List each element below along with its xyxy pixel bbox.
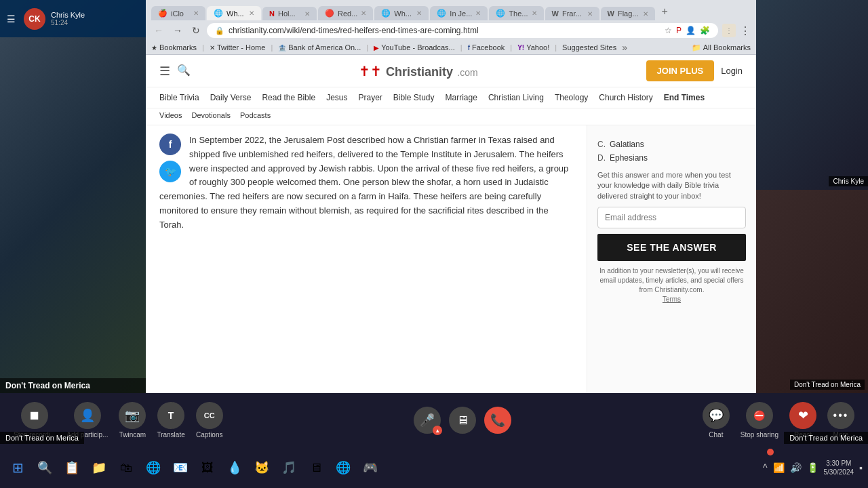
tab-iclo[interactable]: 🍎 iClo ✕ (151, 6, 205, 20)
profile-icon[interactable]: 👤 (686, 26, 696, 35)
captions-button[interactable]: CC Captions (196, 402, 223, 439)
menu-icon[interactable]: ☰ (159, 64, 170, 79)
terms-link[interactable]: Terms (663, 296, 681, 303)
taskbar-edge[interactable]: 🌐 (141, 455, 165, 480)
nav-daily-verse[interactable]: Daily Verse (210, 87, 252, 108)
more-bookmarks-icon[interactable]: » (622, 42, 627, 53)
tab-close-icon[interactable]: ✕ (643, 10, 648, 18)
stop-sharing-button[interactable]: ⛔ Stop sharing (741, 402, 778, 439)
nav-bible-trivia[interactable]: Bible Trivia (159, 87, 199, 108)
article-text: In September 2022, the Jerusalem Post de… (159, 134, 573, 232)
address-bar[interactable]: 🔒 christianity.com/wiki/end-times/red-he… (207, 23, 718, 38)
new-tab-button[interactable]: + (656, 3, 673, 20)
translate-button[interactable]: T Translate (157, 402, 184, 439)
skype-username: Chris Kyle (51, 11, 85, 19)
battery-icon[interactable]: 🔋 (807, 462, 818, 473)
twincam-label: Twincam (119, 431, 146, 439)
tab-close-icon[interactable]: ✕ (587, 10, 593, 18)
subnav-devotionals[interactable]: Devotionals (191, 108, 230, 122)
bookmark-boa[interactable]: 🏦 Bank of America On... (278, 43, 361, 52)
end-call-button[interactable]: 📞 (484, 407, 511, 434)
tab-close-icon[interactable]: ✕ (361, 9, 366, 17)
nav-church-history[interactable]: Church History (599, 87, 652, 108)
tab-close-icon[interactable]: ✕ (249, 9, 254, 17)
subnav-podcasts[interactable]: Podcasts (240, 108, 271, 122)
nav-bible-study[interactable]: Bible Study (393, 87, 435, 108)
nav-read-bible[interactable]: Read the Bible (262, 87, 315, 108)
tab-wh2[interactable]: 🌐 Wh... ✕ (374, 6, 429, 20)
join-plus-button[interactable]: JOIN PLUS (646, 60, 715, 81)
tab-red[interactable]: 🔴 Red... ✕ (318, 6, 373, 20)
bookmark-suggested[interactable]: Suggested Sites (562, 43, 616, 52)
browser-menu-button[interactable]: ⋮ (740, 24, 751, 37)
twitter-share-button[interactable]: 🐦 (159, 161, 181, 182)
search-icon[interactable]: 🔍 (177, 64, 191, 79)
taskbar-store[interactable]: 🛍 (114, 455, 138, 480)
tab-inje[interactable]: 🌐 In Je... ✕ (430, 6, 488, 20)
login-button[interactable]: Login (721, 66, 743, 76)
nav-christian-living[interactable]: Christian Living (488, 87, 544, 108)
address-bar-icons: ☆ P 👤 🧩 (665, 26, 710, 35)
pinterest-icon[interactable]: P (676, 26, 682, 35)
chat-label: Chat (709, 431, 723, 439)
tab-close-icon[interactable]: ✕ (193, 9, 199, 17)
bookmark-bookmarks[interactable]: ★ Bookmarks (151, 43, 197, 52)
nav-prayer[interactable]: Prayer (358, 87, 382, 108)
tab-frar[interactable]: W Frar... ✕ (545, 7, 599, 20)
taskbar-chrome[interactable]: 🌐 (331, 455, 355, 480)
start-button[interactable]: ⊞ (5, 455, 30, 480)
ext-icon-1[interactable]: ⋮ (722, 24, 736, 37)
extensions-icon[interactable]: 🧩 (700, 26, 710, 35)
address-bar-row: ← → ↻ 🔒 christianity.com/wiki/end-times/… (146, 20, 756, 41)
bookmark-yahoo[interactable]: Y! Yahoo! (517, 43, 549, 52)
back-button[interactable]: ← (151, 24, 166, 37)
bookmark-twitter[interactable]: ✕ Twitter - Home (210, 43, 266, 52)
see-answer-button[interactable]: SEE THE ANSWER (597, 234, 746, 261)
subnav-videos[interactable]: Videos (159, 108, 182, 122)
star-icon[interactable]: ☆ (665, 26, 672, 35)
tray-expand-icon[interactable]: ^ (763, 462, 768, 473)
tab-flag[interactable]: W Flag... ✕ (601, 7, 655, 20)
volume-icon[interactable]: 🔊 (790, 462, 802, 473)
tab-close-icon[interactable]: ✕ (416, 9, 422, 17)
taskbar-mail[interactable]: 📧 (168, 455, 193, 480)
refresh-button[interactable]: ↻ (189, 24, 203, 37)
all-bookmarks-folder[interactable]: 📁 All Bookmarks (692, 43, 751, 52)
dont-tread-label: Don't Tread on Merica (5, 381, 90, 390)
taskbar-computer[interactable]: 🖥 (304, 455, 328, 480)
taskbar-task-view[interactable]: 📋 (60, 455, 84, 480)
hamburger-icon[interactable]: ☰ (7, 14, 16, 24)
tab-hol[interactable]: N Hol... ✕ (262, 7, 317, 20)
email-input[interactable] (597, 207, 746, 228)
tab-close-icon[interactable]: ✕ (304, 10, 310, 18)
taskbar-file-explorer[interactable]: 📁 (87, 455, 111, 480)
taskbar-scratch[interactable]: 🐱 (250, 455, 274, 480)
show-desktop-icon[interactable]: ▪ (859, 462, 863, 473)
network-icon[interactable]: 📶 (773, 462, 785, 473)
tab-close-icon[interactable]: ✕ (475, 9, 481, 17)
boa-label: Bank of America On... (288, 43, 361, 52)
taskbar-search[interactable]: 🔍 (33, 455, 57, 480)
forward-button[interactable]: → (170, 24, 185, 37)
taskbar-photos[interactable]: 🖼 (195, 455, 220, 480)
nav-marriage[interactable]: Marriage (446, 87, 477, 108)
tab-label: Wh... (226, 9, 244, 18)
twincam-button[interactable]: 📷 Twincam (119, 402, 146, 439)
bookmark-facebook[interactable]: f Facebook (468, 43, 505, 52)
mic-button[interactable]: 🎤 ▲ (414, 407, 441, 434)
system-clock[interactable]: 3:30 PM 5/30/2024 (824, 459, 854, 476)
taskbar-itunes[interactable]: 🎵 (277, 455, 301, 480)
taskbar-dropbox[interactable]: 💧 (222, 455, 247, 480)
tab-active[interactable]: 🌐 Wh... ✕ (207, 6, 261, 20)
tab-the[interactable]: 🌐 The... ✕ (489, 6, 543, 20)
taskbar-game[interactable]: 🎮 (358, 455, 382, 480)
right-video-panel: Chris Kyle Don't Tread on Merica (756, 0, 868, 393)
nav-theology[interactable]: Theology (555, 87, 588, 108)
bookmark-youtube[interactable]: ▶ YouTube - Broadcas... (374, 43, 455, 52)
tab-close-icon[interactable]: ✕ (532, 9, 537, 17)
nav-jesus[interactable]: Jesus (326, 87, 347, 108)
nav-end-times[interactable]: End Times (664, 87, 705, 108)
screen-share-button[interactable]: 🖥 (449, 407, 476, 434)
chat-button[interactable]: 💬 Chat (703, 402, 730, 439)
facebook-share-button[interactable]: f (159, 134, 181, 155)
